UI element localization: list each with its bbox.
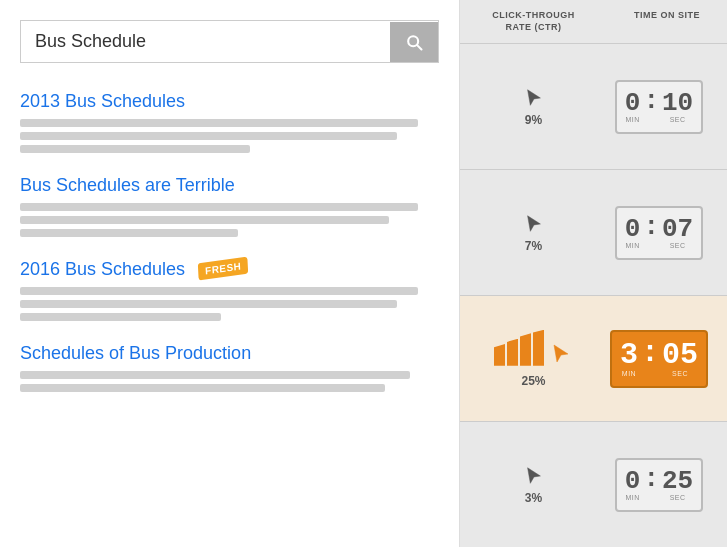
result-line (20, 371, 410, 379)
result-lines-3 (20, 287, 439, 321)
ctr-cell-1: 9% (468, 87, 599, 127)
result-line (20, 313, 221, 321)
tos-cell-4: 0 MIN : 25 SEC (599, 458, 719, 512)
metrics-row-2: 7% 0 MIN : 07 SEC (460, 170, 727, 296)
result-line (20, 119, 418, 127)
ctr-column-header: CLICK-THROUGHRATE (CTR) (460, 0, 607, 43)
ctr-bar (533, 330, 544, 366)
result-line (20, 203, 418, 211)
result-lines-1 (20, 119, 439, 153)
result-title-2[interactable]: Bus Schedules are Terrible (20, 175, 439, 196)
search-input[interactable] (21, 21, 390, 62)
tos-cell-1: 0 MIN : 10 SEC (599, 80, 719, 134)
timer-display-4: 0 MIN : 25 SEC (615, 458, 703, 512)
metrics-row-3: 25% 3 MIN : 05 SEC (460, 296, 727, 422)
cursor-icon-4 (523, 465, 545, 487)
ctr-bar (494, 344, 505, 366)
tos-column-header: TIME ON SITE (607, 0, 727, 43)
timer-display-2: 0 MIN : 07 SEC (615, 206, 703, 260)
metrics-panel: CLICK-THROUGHRATE (CTR) TIME ON SITE 9% … (460, 0, 727, 547)
search-button[interactable] (390, 22, 438, 62)
search-result-2: Bus Schedules are Terrible (20, 175, 439, 237)
result-line (20, 287, 418, 295)
result-title-4[interactable]: Schedules of Bus Production (20, 343, 439, 364)
result-lines-4 (20, 371, 439, 392)
cursor-icon-1 (523, 87, 545, 109)
metrics-row-4: 3% 0 MIN : 25 SEC (460, 422, 727, 547)
search-result-1: 2013 Bus Schedules (20, 91, 439, 153)
result-line (20, 300, 397, 308)
search-icon (404, 32, 424, 52)
ctr-cell-3: 25% (468, 330, 599, 388)
result-title-1[interactable]: 2013 Bus Schedules (20, 91, 439, 112)
metrics-header: CLICK-THROUGHRATE (CTR) TIME ON SITE (460, 0, 727, 44)
ctr-cell-4: 3% (468, 465, 599, 505)
fresh-badge: FRESH (198, 256, 249, 280)
result-line (20, 229, 238, 237)
result-title-3[interactable]: 2016 Bus Schedules FRESH (20, 259, 439, 280)
tos-cell-2: 0 MIN : 07 SEC (599, 206, 719, 260)
timer-display-1: 0 MIN : 10 SEC (615, 80, 703, 134)
timer-display-3: 3 MIN : 05 SEC (610, 330, 708, 388)
ctr-value-4: 3% (525, 491, 542, 505)
result-lines-2 (20, 203, 439, 237)
ctr-bar (507, 339, 518, 366)
result-line (20, 216, 389, 224)
cursor-icon-2 (523, 213, 545, 235)
metrics-rows: 9% 0 MIN : 10 SEC (460, 44, 727, 547)
ctr-value-3: 25% (521, 374, 545, 388)
cursor-icon-3 (549, 342, 573, 366)
result-line (20, 384, 385, 392)
ctr-value-2: 7% (525, 239, 542, 253)
ctr-bar (520, 333, 531, 365)
tos-cell-3: 3 MIN : 05 SEC (599, 330, 719, 388)
search-result-3: 2016 Bus Schedules FRESH (20, 259, 439, 321)
search-result-4: Schedules of Bus Production (20, 343, 439, 392)
ctr-value-1: 9% (525, 113, 542, 127)
metrics-row-1: 9% 0 MIN : 10 SEC (460, 44, 727, 170)
ctr-cell-2: 7% (468, 213, 599, 253)
result-line (20, 145, 250, 153)
result-line (20, 132, 397, 140)
search-bar (20, 20, 439, 63)
search-results-panel: 2013 Bus Schedules Bus Schedules are Ter… (0, 0, 460, 547)
